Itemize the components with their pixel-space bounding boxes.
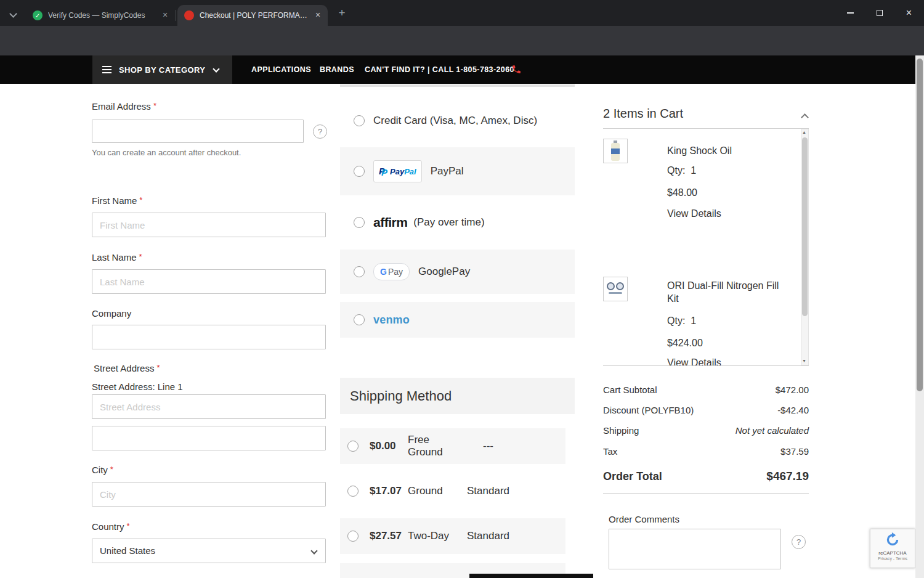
select-chevron-icon bbox=[310, 547, 317, 554]
cart-item-thumbnail bbox=[603, 139, 628, 163]
ground-radio[interactable] bbox=[347, 486, 359, 497]
email-hint: You can create an account after checkout… bbox=[92, 148, 241, 157]
tab-strip: ✓ Verify Codes — SimplyCodes × Checkout … bbox=[0, 0, 924, 26]
street-address-input-1[interactable] bbox=[92, 394, 326, 419]
view-details-link[interactable]: View Details bbox=[667, 357, 721, 365]
shipping-method-name: Two-Day bbox=[408, 530, 467, 542]
tab-checkout[interactable]: Checkout | POLY PERFORMANC × bbox=[177, 5, 328, 26]
cart-collapse-chevron-icon[interactable] bbox=[801, 113, 809, 121]
tab-search-button[interactable] bbox=[6, 8, 20, 19]
street-address-label: Street Address* bbox=[94, 363, 160, 373]
shipping-method-name: Free Ground bbox=[408, 434, 467, 458]
googlepay-radio[interactable] bbox=[354, 266, 365, 277]
credit-card-radio[interactable] bbox=[354, 115, 365, 126]
polyperformance-favicon-icon bbox=[184, 10, 194, 20]
tab-close-icon[interactable]: × bbox=[160, 10, 171, 21]
shipping-method-name: Ground bbox=[408, 485, 467, 497]
street-line1-label: Street Address: Line 1 bbox=[92, 381, 183, 392]
payment-option-venmo[interactable]: venmo bbox=[340, 302, 575, 338]
nav-brands[interactable]: BRANDS bbox=[320, 55, 354, 84]
cart-item-thumbnail bbox=[603, 277, 628, 301]
paypal-label: PayPal bbox=[431, 165, 464, 177]
footer-peek bbox=[469, 574, 593, 578]
category-chevron-icon bbox=[213, 65, 220, 72]
nav-call-link[interactable]: CAN'T FIND IT? | CALL 1-805-783-2060 bbox=[365, 55, 514, 84]
divider bbox=[603, 493, 809, 494]
googlepay-label: GooglePay bbox=[418, 266, 470, 278]
venmo-radio[interactable] bbox=[354, 314, 365, 325]
maximize-icon bbox=[877, 10, 883, 16]
shipping-method-header: Shipping Method bbox=[340, 378, 575, 414]
tab-divider bbox=[176, 10, 176, 21]
order-total-row: Order Total $467.19 bbox=[603, 470, 809, 483]
email-label: Email Address* bbox=[92, 101, 156, 112]
affirm-label: (Pay over time) bbox=[413, 216, 484, 229]
window-close-button[interactable]: × bbox=[894, 0, 924, 26]
cart-item-name: King Shock Oil bbox=[667, 145, 732, 157]
first-name-label: First Name* bbox=[92, 195, 142, 206]
two-day-radio[interactable] bbox=[347, 531, 359, 542]
tab-title: Verify Codes — SimplyCodes bbox=[48, 11, 155, 20]
shipping-price: $0.00 bbox=[370, 440, 408, 452]
shipping-option-free-ground[interactable]: $0.00 Free Ground --- bbox=[340, 428, 565, 464]
payment-option-paypal[interactable]: P P PayPal PayPal bbox=[340, 147, 575, 195]
shipping-option-ground[interactable]: $17.07 Ground Standard bbox=[340, 473, 565, 509]
payment-option-googlepay[interactable]: G Pay GooglePay bbox=[340, 250, 575, 294]
nav-applications[interactable]: APPLICATIONS bbox=[251, 55, 311, 84]
recaptcha-badge[interactable]: reCAPTCHA Privacy - Terms bbox=[870, 529, 915, 568]
paypal-logo-icon: P P PayPal bbox=[373, 160, 422, 182]
free-ground-radio[interactable] bbox=[347, 441, 359, 452]
shipping-carrier: --- bbox=[483, 440, 493, 452]
page-scrollbar-track[interactable] bbox=[915, 55, 924, 578]
window-maximize-button[interactable] bbox=[865, 0, 894, 26]
browser-window: ✓ Verify Codes — SimplyCodes × Checkout … bbox=[0, 0, 924, 578]
paypal-radio[interactable] bbox=[354, 166, 365, 177]
shop-by-category-button[interactable]: SHOP BY CATEGORY bbox=[92, 55, 232, 84]
window-minimize-button[interactable] bbox=[836, 0, 865, 26]
shipping-method-title: Shipping Method bbox=[350, 388, 452, 404]
recaptcha-icon bbox=[885, 532, 901, 548]
order-comments-textarea[interactable] bbox=[609, 529, 781, 569]
last-name-input[interactable] bbox=[92, 269, 326, 294]
cart-items-list: ▲ ▼ King Shock Oil Qty: 1 $48.00 View De… bbox=[603, 129, 809, 365]
payment-section-divider bbox=[340, 84, 575, 87]
cart-scroll-up-icon[interactable]: ▲ bbox=[802, 130, 806, 134]
cart-item-qty: Qty: 1 bbox=[667, 165, 696, 176]
total-row-subtotal: Cart Subtotal$472.00 bbox=[603, 385, 809, 395]
browser-toolbar: ← → polyperformance.com/checkout/ ☆ bbox=[0, 26, 924, 55]
gpay-logo-icon: G Pay bbox=[373, 263, 410, 280]
tab-close-icon[interactable]: × bbox=[312, 10, 323, 21]
email-input[interactable] bbox=[92, 120, 304, 143]
payment-option-credit-card[interactable]: Credit Card (Visa, MC, Amex, Disc) bbox=[340, 102, 575, 139]
cart-scrollbar-thumb[interactable] bbox=[802, 137, 808, 316]
cart-item-price: $48.00 bbox=[667, 187, 697, 198]
affirm-radio[interactable] bbox=[354, 217, 365, 228]
new-tab-button[interactable]: + bbox=[334, 6, 349, 20]
first-name-input[interactable] bbox=[92, 213, 326, 237]
payment-option-affirm[interactable]: affirm (Pay over time) bbox=[340, 203, 575, 242]
minimize-icon bbox=[847, 12, 854, 14]
simplycodes-favicon-icon: ✓ bbox=[33, 10, 43, 20]
last-name-label: Last Name* bbox=[92, 252, 142, 263]
hamburger-icon bbox=[102, 64, 111, 75]
affirm-logo-icon: affirm bbox=[373, 215, 407, 230]
email-help-icon[interactable]: ? bbox=[313, 124, 327, 139]
company-input[interactable] bbox=[92, 325, 326, 349]
view-details-link[interactable]: View Details bbox=[667, 208, 721, 219]
venmo-logo-icon: venmo bbox=[373, 314, 410, 327]
shipping-option-two-day[interactable]: $27.57 Two-Day Standard bbox=[340, 518, 565, 554]
credit-card-label: Credit Card (Visa, MC, Amex, Disc) bbox=[373, 115, 537, 127]
street-address-input-2[interactable] bbox=[92, 426, 326, 450]
cart-item-price: $424.00 bbox=[667, 338, 703, 349]
country-select[interactable]: United States bbox=[92, 539, 326, 563]
total-row-tax: Tax$37.59 bbox=[603, 446, 809, 457]
recaptcha-label: reCAPTCHA bbox=[870, 550, 915, 556]
city-input[interactable] bbox=[92, 482, 326, 507]
shipping-price: $17.07 bbox=[370, 485, 408, 497]
recaptcha-links[interactable]: Privacy - Terms bbox=[870, 556, 915, 561]
order-comments-help-icon[interactable]: ? bbox=[792, 535, 806, 549]
page-scrollbar-thumb[interactable] bbox=[917, 59, 923, 391]
cart-scroll-down-icon[interactable]: ▼ bbox=[802, 359, 806, 363]
page-viewport: SHOP BY CATEGORY APPLICATIONS BRANDS CAN… bbox=[0, 55, 924, 578]
tab-simplycodes[interactable]: ✓ Verify Codes — SimplyCodes × bbox=[26, 5, 175, 26]
